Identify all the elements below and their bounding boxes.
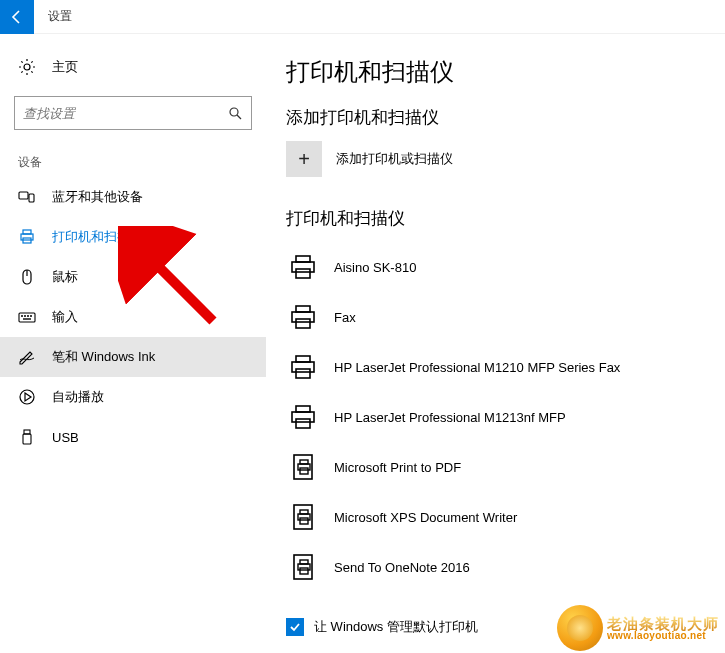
svg-rect-6 (23, 230, 31, 234)
device-label: Fax (334, 310, 356, 325)
pen-icon (18, 348, 36, 366)
sidebar-group-header: 设备 (0, 144, 266, 177)
content: 主页 设备 蓝牙和其他设备 打印机和扫描仪 鼠标 (0, 34, 725, 653)
svg-rect-30 (296, 406, 310, 412)
sidebar-item-label: 输入 (52, 308, 78, 326)
svg-rect-28 (296, 369, 310, 378)
autoplay-icon (18, 388, 36, 406)
checkbox-checked-icon (286, 618, 304, 636)
svg-rect-31 (296, 419, 310, 428)
svg-rect-18 (24, 430, 30, 434)
svg-rect-3 (19, 192, 28, 199)
device-label: HP LaserJet Professional M1210 MFP Serie… (334, 360, 620, 375)
svg-rect-22 (296, 269, 310, 278)
sidebar-item-typing[interactable]: 输入 (0, 297, 266, 337)
svg-rect-43 (300, 568, 308, 574)
svg-rect-42 (300, 560, 308, 564)
sidebar-item-label: 笔和 Windows Ink (52, 348, 155, 366)
mouse-icon (18, 268, 36, 286)
print-to-file-icon (286, 450, 320, 484)
device-row[interactable]: Fax (286, 292, 705, 342)
main-pane: 打印机和扫描仪 添加打印机和扫描仪 + 添加打印机或扫描仪 打印机和扫描仪 Ai… (266, 34, 725, 653)
svg-rect-34 (300, 460, 308, 464)
back-button[interactable] (0, 0, 34, 34)
sidebar-item-printers[interactable]: 打印机和扫描仪 (0, 217, 266, 257)
default-printer-checkbox-row[interactable]: 让 Windows 管理默认打印机 (286, 618, 705, 636)
device-label: Aisino SK-810 (334, 260, 416, 275)
search-box[interactable] (14, 96, 252, 130)
svg-rect-27 (296, 356, 310, 362)
add-printer-label: 添加打印机或扫描仪 (336, 150, 453, 168)
section-add-heading: 添加打印机和扫描仪 (286, 106, 705, 129)
page-title: 打印机和扫描仪 (286, 56, 705, 88)
sidebar-item-autoplay[interactable]: 自动播放 (0, 377, 266, 417)
svg-rect-39 (300, 518, 308, 524)
svg-rect-21 (296, 256, 310, 262)
device-row[interactable]: Send To OneNote 2016 (286, 542, 705, 592)
sidebar-item-label: 打印机和扫描仪 (52, 228, 143, 246)
svg-rect-10 (19, 313, 35, 322)
sidebar-item-label: 蓝牙和其他设备 (52, 188, 143, 206)
device-row[interactable]: Microsoft Print to PDF (286, 442, 705, 492)
device-row[interactable]: HP LaserJet Professional M1210 MFP Serie… (286, 342, 705, 392)
plus-icon: + (286, 141, 322, 177)
svg-point-0 (24, 64, 30, 70)
sidebar-item-mouse[interactable]: 鼠标 (0, 257, 266, 297)
printer-icon (18, 228, 36, 246)
svg-rect-25 (296, 319, 310, 328)
sidebar-item-bluetooth[interactable]: 蓝牙和其他设备 (0, 177, 266, 217)
device-label: Microsoft XPS Document Writer (334, 510, 517, 525)
svg-rect-38 (300, 510, 308, 514)
arrow-left-icon (9, 9, 25, 25)
device-label: Microsoft Print to PDF (334, 460, 461, 475)
sidebar-item-pen[interactable]: 笔和 Windows Ink (0, 337, 266, 377)
svg-rect-19 (23, 434, 31, 444)
add-printer-button[interactable]: + 添加打印机或扫描仪 (286, 141, 705, 177)
section-list-heading: 打印机和扫描仪 (286, 207, 705, 230)
titlebar: 设置 (0, 0, 725, 34)
device-row[interactable]: HP LaserJet Professional M1213nf MFP (286, 392, 705, 442)
keyboard-icon (18, 308, 36, 326)
printer-icon (286, 400, 320, 434)
window-title: 设置 (34, 8, 72, 25)
svg-rect-4 (29, 194, 34, 202)
print-to-file-icon (286, 550, 320, 584)
svg-line-2 (237, 115, 241, 119)
device-label: HP LaserJet Professional M1213nf MFP (334, 410, 566, 425)
svg-rect-40 (294, 555, 312, 579)
sidebar-item-usb[interactable]: USB (0, 417, 266, 457)
svg-point-1 (230, 108, 238, 116)
device-label: Send To OneNote 2016 (334, 560, 470, 575)
svg-rect-36 (294, 505, 312, 529)
sidebar-home-label: 主页 (52, 58, 78, 76)
printer-icon (286, 350, 320, 384)
search-icon (227, 105, 243, 121)
print-to-file-icon (286, 500, 320, 534)
search-input[interactable] (23, 106, 227, 121)
svg-marker-17 (25, 393, 31, 401)
devices-icon (18, 188, 36, 206)
sidebar-home[interactable]: 主页 (0, 52, 266, 82)
gear-icon (18, 58, 36, 76)
device-row[interactable]: Aisino SK-810 (286, 242, 705, 292)
default-printer-label: 让 Windows 管理默认打印机 (314, 618, 478, 636)
svg-rect-35 (300, 468, 308, 474)
svg-rect-32 (294, 455, 312, 479)
printer-icon (286, 300, 320, 334)
sidebar: 主页 设备 蓝牙和其他设备 打印机和扫描仪 鼠标 (0, 34, 266, 653)
sidebar-item-label: 鼠标 (52, 268, 78, 286)
device-row[interactable]: Microsoft XPS Document Writer (286, 492, 705, 542)
usb-icon (18, 428, 36, 446)
svg-rect-24 (296, 306, 310, 312)
printer-icon (286, 250, 320, 284)
sidebar-item-label: USB (52, 430, 79, 445)
sidebar-item-label: 自动播放 (52, 388, 104, 406)
